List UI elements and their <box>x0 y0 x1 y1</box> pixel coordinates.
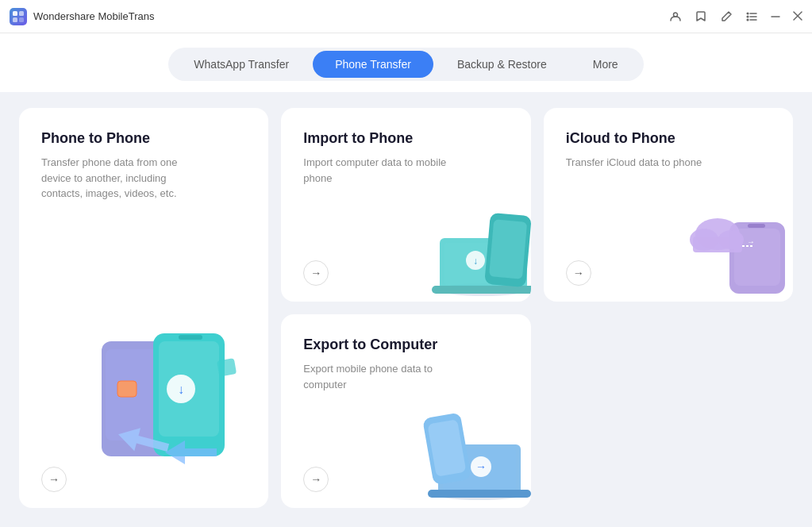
tab-whatsapp[interactable]: WhatsApp Transfer <box>171 51 311 78</box>
svg-rect-0 <box>13 11 17 16</box>
main-content: Phone to Phone Transfer phone data from … <box>0 92 812 527</box>
card-import-to-phone[interactable]: Import to Phone Import computer data to … <box>281 108 530 302</box>
titlebar: Wondershare MobileTrans <box>0 0 812 33</box>
svg-text:↓: ↓ <box>473 256 478 267</box>
icloud-arrow[interactable]: → <box>566 260 591 286</box>
empty-cell <box>544 314 793 508</box>
card-export-to-computer[interactable]: Export to Computer Export mobile phone d… <box>281 314 530 508</box>
svg-rect-34 <box>748 224 765 228</box>
svg-point-6 <box>747 16 749 17</box>
svg-rect-18 <box>179 335 202 340</box>
close-icon[interactable] <box>793 10 802 24</box>
menu-icon[interactable] <box>745 10 758 23</box>
import-illustration: ↓ <box>424 190 527 294</box>
app-name: Wondershare MobileTrans <box>33 10 154 22</box>
svg-rect-38 <box>693 237 742 252</box>
svg-rect-23 <box>217 358 237 377</box>
card-import-desc: Import computer data to mobile phone <box>303 155 462 186</box>
card-export-title: Export to Computer <box>303 337 508 353</box>
tab-phone[interactable]: Phone Transfer <box>313 51 433 78</box>
svg-rect-29 <box>489 219 527 279</box>
svg-rect-3 <box>19 17 24 22</box>
svg-text:↓: ↓ <box>178 383 184 396</box>
nav-bar: WhatsApp Transfer Phone Transfer Backup … <box>0 33 812 92</box>
svg-point-7 <box>747 19 749 21</box>
nav-tabs: WhatsApp Transfer Phone Transfer Backup … <box>168 48 643 81</box>
titlebar-controls <box>669 10 802 24</box>
phone-to-phone-illustration: ↓ <box>94 317 268 476</box>
svg-text:→: → <box>747 237 755 246</box>
card-import-title: Import to Phone <box>303 130 508 147</box>
svg-rect-1 <box>19 11 24 16</box>
card-phone-to-phone-desc: Transfer phone data from one device to a… <box>41 155 200 202</box>
tab-more[interactable]: More <box>571 51 641 78</box>
svg-point-5 <box>747 13 749 14</box>
svg-text:→: → <box>475 460 487 473</box>
card-export-desc: Export mobile phone data to computer <box>303 361 462 392</box>
card-phone-to-phone-title: Phone to Phone <box>41 130 246 147</box>
svg-rect-44 <box>428 490 531 498</box>
svg-rect-2 <box>13 17 17 22</box>
import-arrow[interactable]: → <box>303 260 329 286</box>
phone-to-phone-arrow[interactable]: → <box>41 467 67 492</box>
export-illustration: → <box>416 393 527 504</box>
card-icloud-title: iCloud to Phone <box>566 130 771 147</box>
titlebar-left: Wondershare MobileTrans <box>10 8 154 25</box>
tab-backup[interactable]: Backup & Restore <box>435 51 569 78</box>
card-phone-to-phone[interactable]: Phone to Phone Transfer phone data from … <box>19 108 268 508</box>
icloud-illustration: → <box>682 190 785 294</box>
bookmark-icon[interactable] <box>695 10 707 23</box>
svg-rect-27 <box>432 286 531 294</box>
account-icon[interactable] <box>669 10 682 23</box>
app-icon <box>10 8 27 25</box>
card-icloud-to-phone[interactable]: iCloud to Phone Transfer iCloud data to … <box>544 108 793 302</box>
export-arrow[interactable]: → <box>303 467 329 492</box>
svg-rect-21 <box>117 381 137 397</box>
card-icloud-desc: Transfer iCloud data to phone <box>566 155 725 171</box>
edit-icon[interactable] <box>720 10 733 23</box>
minimize-icon[interactable] <box>771 12 780 21</box>
